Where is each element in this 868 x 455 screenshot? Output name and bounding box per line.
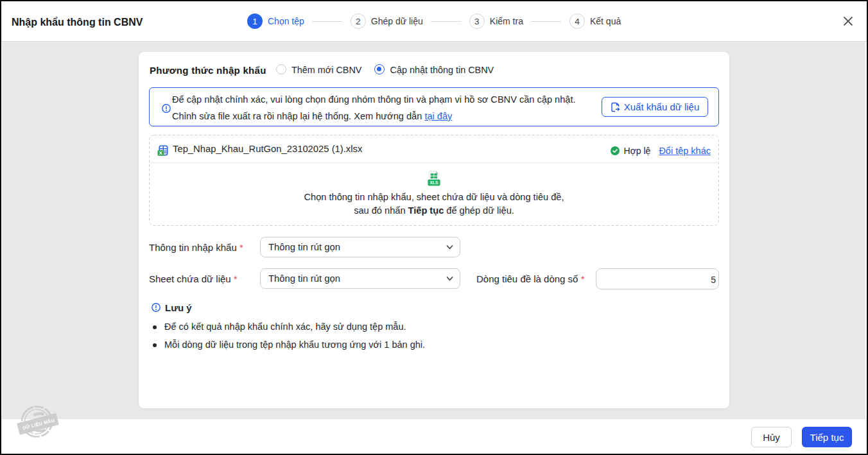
svg-text:X: X	[159, 150, 162, 156]
svg-text:XLS: XLS	[430, 180, 438, 185]
